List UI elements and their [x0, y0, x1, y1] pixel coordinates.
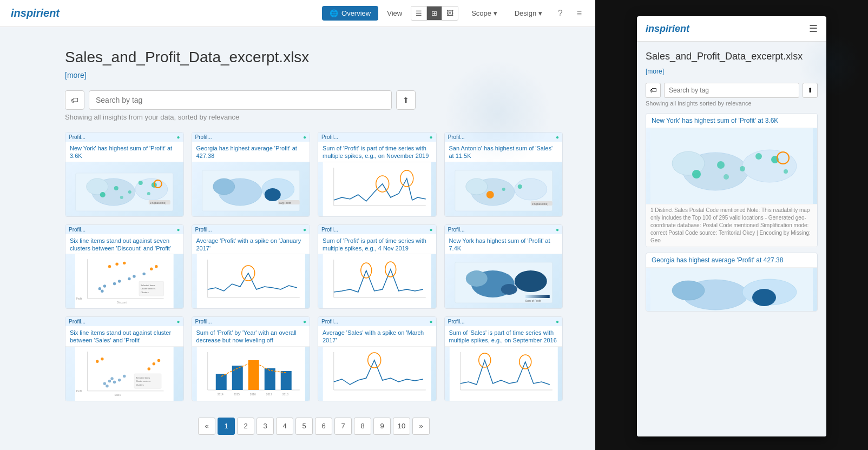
right-content: Sales_and_Profit_Data_excerpt.xlsx [more…: [637, 42, 826, 436]
view-toggle-group: ☰ ⊞ 🖼: [411, 6, 458, 21]
right-tag-button[interactable]: 🏷: [646, 83, 661, 98]
right-nav: inspirient ☰: [637, 16, 826, 42]
svg-text:Sales: Sales: [115, 394, 121, 396]
svg-point-88: [153, 362, 155, 365]
card-badge-7: Profil...●: [318, 225, 436, 234]
insight-card-10[interactable]: Profil...● Sum of 'Profit' by 'Year' wit…: [192, 316, 311, 401]
svg-point-51: [150, 268, 153, 270]
svg-rect-107: [323, 347, 431, 401]
right-search-input[interactable]: [664, 83, 799, 98]
svg-point-85: [96, 360, 98, 362]
upload-button[interactable]: ⬆: [396, 90, 416, 110]
insight-card-11[interactable]: Profil...● Average 'Sales' with a spike …: [318, 316, 437, 401]
svg-point-81: [113, 381, 116, 383]
pagination-page-3[interactable]: 3: [257, 418, 274, 435]
insight-card-8[interactable]: Profil...● New York has highest sum of '…: [444, 224, 563, 309]
svg-point-123: [717, 161, 725, 169]
svg-point-48: [108, 265, 111, 268]
svg-rect-101: [280, 371, 291, 390]
pagination-page-9[interactable]: 9: [373, 418, 391, 435]
svg-point-79: [108, 380, 111, 382]
right-upload-button[interactable]: ⬆: [803, 83, 818, 98]
svg-point-131: [672, 281, 705, 300]
card-image-3: [318, 162, 436, 216]
insight-card-2[interactable]: Profil...● Georgia has highest average '…: [192, 132, 311, 217]
more-link[interactable]: [more]: [65, 71, 87, 80]
pagination-page-6[interactable]: 6: [315, 418, 332, 435]
menu-button[interactable]: ≡: [574, 6, 584, 21]
svg-point-9: [120, 196, 123, 199]
pagination-page-2[interactable]: 2: [237, 418, 254, 435]
right-card-footer-1: 1 Distinct Sales Postal Code mentioned N…: [646, 204, 817, 247]
right-panel: inspirient ☰ Sales_and_Profit_Data_excer…: [595, 0, 868, 450]
pagination-page-8[interactable]: 8: [354, 418, 371, 435]
right-insight-card-1[interactable]: New York' has highest sum of 'Profit' at…: [646, 113, 818, 247]
insight-card-6[interactable]: Profil...● Average 'Profit' with a spike…: [192, 224, 311, 309]
pagination-page-7[interactable]: 7: [334, 418, 352, 435]
svg-point-42: [101, 290, 103, 293]
card-title-1: New York' has highest sum of 'Profit' at…: [65, 142, 183, 162]
svg-point-126: [784, 169, 788, 174]
insight-card-5[interactable]: Profil...● Six line items stand out agai…: [65, 224, 184, 309]
card-badge-8: Profil...●: [445, 225, 563, 234]
pagination-page-5[interactable]: 5: [295, 418, 313, 435]
right-insight-card-2[interactable]: Georgia has highest average 'Profit' at …: [646, 253, 818, 312]
pagination-page-4[interactable]: 4: [276, 418, 293, 435]
tag-filter-button[interactable]: 🏷: [65, 90, 84, 110]
svg-point-45: [128, 277, 130, 280]
svg-point-17: [213, 178, 234, 195]
insight-card-9[interactable]: Profil...● Six line items stand out agai…: [65, 316, 184, 401]
view-grid-button[interactable]: ⊞: [427, 6, 442, 20]
insight-card-12[interactable]: Profil...● Sum of 'Sales' is part of tim…: [444, 316, 563, 401]
right-search-area: 🏷 ⬆: [646, 83, 818, 98]
design-dropdown[interactable]: Design ▾: [510, 6, 547, 20]
card-image-6: [192, 254, 310, 308]
svg-rect-100: [264, 368, 275, 390]
insight-card-1[interactable]: Profil...● New York' has highest sum of …: [65, 132, 184, 217]
svg-point-86: [101, 358, 103, 360]
left-panel: inspirient 🌐 Overview View ☰ ⊞ 🖼 Scope ▾…: [0, 0, 595, 450]
svg-point-70: [501, 284, 517, 295]
card-badge-3: Profil...●: [318, 133, 436, 142]
svg-rect-71: [525, 295, 549, 298]
card-title-7: Sum of 'Profit' is part of time series w…: [318, 234, 436, 255]
svg-text:Selected items: Selected items: [136, 376, 150, 379]
right-more-link[interactable]: [more]: [646, 68, 664, 75]
svg-text:Cluster centers: Cluster centers: [136, 380, 150, 382]
svg-text:Clusters: Clusters: [141, 291, 149, 294]
view-list-button[interactable]: ☰: [411, 6, 427, 20]
pagination-prev[interactable]: «: [198, 418, 215, 435]
svg-point-40: [98, 287, 101, 290]
pagination: « 1 2 3 4 5 6 7 8 9 10 »: [65, 418, 563, 435]
overview-button[interactable]: 🌐 Overview: [322, 6, 378, 21]
search-input[interactable]: [89, 90, 392, 110]
card-image-2: Avg Profit: [192, 162, 310, 216]
card-title-8: New York has highest sum of 'Profit' at …: [445, 234, 563, 255]
svg-rect-61: [323, 254, 431, 308]
svg-point-3: [87, 178, 108, 195]
insight-card-7[interactable]: Profil...● Sum of 'Profit' is part of ti…: [318, 224, 437, 309]
right-menu-button[interactable]: ☰: [809, 23, 818, 35]
svg-text:Sum of Profit: Sum of Profit: [525, 299, 541, 302]
globe-icon: 🌐: [330, 9, 338, 17]
insight-card-4[interactable]: Profil...● San Antonio' has highest sum …: [444, 132, 563, 217]
card-image-12: [445, 347, 563, 401]
svg-point-44: [118, 280, 121, 282]
svg-point-69: [465, 270, 487, 287]
pagination-next[interactable]: »: [412, 418, 430, 435]
svg-text:Profit: Profit: [76, 297, 82, 300]
svg-text:Selected items: Selected items: [141, 284, 155, 287]
card-image-1: 0.6 (baseline): [65, 162, 183, 216]
help-button[interactable]: ?: [555, 6, 565, 21]
card-title-6: Average 'Profit' with a spike on 'Januar…: [192, 234, 310, 255]
svg-rect-57: [196, 254, 305, 308]
pagination-page-1[interactable]: 1: [218, 418, 235, 435]
card-title-11: Average 'Sales' with a spike on 'March 2…: [318, 326, 436, 347]
view-image-button[interactable]: 🖼: [442, 6, 458, 20]
svg-point-7: [114, 186, 119, 190]
pagination-page-10[interactable]: 10: [393, 418, 410, 435]
insight-card-3[interactable]: Profil...● Sum of 'Profit' is part of ti…: [318, 132, 437, 217]
right-inner-panel: inspirient ☰ Sales_and_Profit_Data_excer…: [637, 16, 826, 436]
scope-dropdown[interactable]: Scope ▾: [467, 6, 502, 20]
svg-point-82: [118, 379, 121, 381]
